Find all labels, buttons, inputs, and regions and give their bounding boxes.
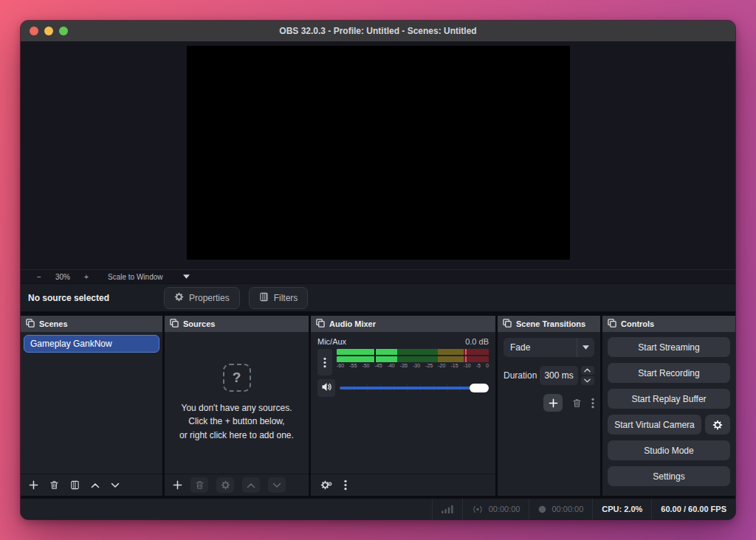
zoom-in-button[interactable]: + bbox=[77, 273, 96, 281]
sources-panel-title: Sources bbox=[183, 319, 215, 328]
volume-slider[interactable] bbox=[340, 379, 489, 397]
scenes-panel: Scenes Gameplay GankNow bbox=[21, 316, 162, 496]
scenes-panel-header[interactable]: Scenes bbox=[21, 316, 162, 332]
duration-input[interactable]: 300 ms bbox=[540, 366, 578, 385]
remove-scene-button[interactable] bbox=[49, 480, 59, 490]
broadcast-icon bbox=[472, 505, 484, 513]
move-scene-down-button[interactable] bbox=[111, 482, 120, 488]
settings-button[interactable]: Settings bbox=[608, 466, 730, 486]
meter-scale: -60-55-50-45-40-35-30-25-20-15-10-50 bbox=[337, 363, 489, 368]
dropdown-arrow-icon bbox=[577, 338, 594, 357]
obs-window: OBS 32.0.3 - Profile: Untitled - Scenes:… bbox=[21, 21, 735, 519]
duration-spinner bbox=[581, 366, 594, 385]
window-title: OBS 32.0.3 - Profile: Untitled - Scenes:… bbox=[279, 26, 476, 36]
start-streaming-button[interactable]: Start Streaming bbox=[608, 337, 730, 357]
scenes-panel-title: Scenes bbox=[39, 319, 68, 328]
zoom-level: 30% bbox=[49, 273, 77, 281]
scene-transitions-panel-title: Scene Transitions bbox=[516, 319, 585, 328]
status-bar: 00:00:00 00:00:00 CPU: 2.0% 60.00 / 60.0… bbox=[21, 499, 735, 519]
add-scene-button[interactable] bbox=[29, 480, 38, 490]
scene-filters-button[interactable] bbox=[70, 480, 80, 490]
transition-select[interactable]: Fade bbox=[504, 338, 594, 357]
fps-section: 60.00 / 60.00 FPS bbox=[651, 499, 735, 519]
start-replay-buffer-button[interactable]: Start Replay Buffer bbox=[608, 389, 730, 409]
mixer-channel: Mic/Aux 0.0 dB -60-55-50-45-40-35-30-25-… bbox=[311, 332, 495, 474]
mute-button[interactable] bbox=[317, 379, 335, 397]
start-recording-button[interactable]: Start Recording bbox=[608, 363, 730, 383]
meter-bar-left bbox=[337, 349, 489, 355]
controls-panel-title: Controls bbox=[621, 319, 654, 328]
channel-name: Mic/Aux bbox=[317, 337, 346, 346]
preview-zoom-toolbar: − 30% + Scale to Window bbox=[21, 269, 735, 283]
sources-panel-header[interactable]: Sources bbox=[165, 316, 309, 332]
duration-decrease-button[interactable] bbox=[581, 376, 594, 385]
signal-bars-icon bbox=[441, 505, 453, 513]
virtual-camera-settings-button[interactable] bbox=[705, 415, 730, 435]
preview-canvas[interactable] bbox=[187, 46, 570, 260]
sources-panel: Sources ? You don't have any sources. Cl… bbox=[165, 316, 309, 496]
filters-label: Filters bbox=[274, 293, 298, 303]
scene-transitions-panel-header[interactable]: Scene Transitions bbox=[498, 316, 600, 332]
zoom-out-button[interactable]: − bbox=[30, 273, 49, 281]
remove-transition-button[interactable] bbox=[572, 398, 582, 408]
sources-list[interactable]: ? You don't have any sources. Click the … bbox=[165, 332, 309, 474]
fps-value: 60.00 / 60.00 FPS bbox=[661, 505, 726, 513]
audio-mixer-panel: Audio Mixer Mic/Aux 0.0 dB -60-55-50-45- bbox=[311, 316, 495, 496]
minimize-button[interactable] bbox=[44, 27, 53, 35]
connection-status bbox=[432, 499, 462, 519]
gear-icon bbox=[174, 292, 184, 304]
move-source-up-button[interactable] bbox=[242, 477, 260, 493]
mixer-menu-button[interactable] bbox=[344, 480, 347, 491]
transitions-body: Fade Duration 300 ms bbox=[498, 332, 600, 496]
advanced-audio-properties-button[interactable] bbox=[320, 480, 330, 490]
slider-handle[interactable] bbox=[470, 384, 489, 392]
empty-line-2: Click the + button below, bbox=[179, 415, 294, 429]
slider-track[interactable] bbox=[340, 387, 489, 390]
transition-selected-value: Fade bbox=[504, 342, 577, 353]
audio-mixer-panel-title: Audio Mixer bbox=[329, 319, 376, 328]
properties-button[interactable]: Properties bbox=[164, 287, 240, 309]
add-transition-button[interactable] bbox=[543, 394, 563, 412]
sources-empty-state: ? You don't have any sources. Click the … bbox=[165, 332, 309, 474]
record-timer: 00:00:00 bbox=[551, 505, 583, 513]
source-properties-button[interactable] bbox=[216, 477, 234, 493]
start-virtual-camera-button[interactable]: Start Virtual Camera bbox=[608, 415, 701, 435]
empty-line-1: You don't have any sources. bbox=[179, 401, 294, 415]
mixer-toolbar bbox=[311, 474, 495, 496]
scale-mode-dropdown-arrow-icon[interactable] bbox=[183, 274, 190, 279]
record-icon bbox=[538, 505, 546, 513]
source-context-toolbar: No source selected Properties Filters bbox=[21, 283, 735, 311]
cpu-usage: CPU: 2.0% bbox=[602, 505, 642, 513]
dock-icon bbox=[608, 319, 616, 329]
preview-area[interactable] bbox=[21, 41, 735, 269]
small-gear-icon bbox=[328, 480, 332, 488]
transition-menu-button[interactable] bbox=[591, 398, 594, 409]
title-bar[interactable]: OBS 32.0.3 - Profile: Untitled - Scenes:… bbox=[21, 21, 735, 41]
filter-icon bbox=[259, 292, 269, 304]
remove-source-button[interactable] bbox=[190, 477, 208, 493]
channel-db-value: 0.0 dB bbox=[465, 337, 489, 346]
scene-transitions-panel: Scene Transitions Fade Duration 300 ms bbox=[498, 316, 600, 496]
channel-menu-button[interactable] bbox=[317, 349, 332, 375]
zoom-button[interactable] bbox=[59, 27, 68, 35]
duration-increase-button[interactable] bbox=[581, 366, 594, 375]
controls-panel: Controls Start Streaming Start Recording… bbox=[602, 316, 735, 496]
sources-toolbar bbox=[165, 474, 309, 496]
studio-mode-button[interactable]: Studio Mode bbox=[608, 440, 730, 460]
dock-icon bbox=[26, 319, 35, 329]
move-source-down-button[interactable] bbox=[268, 477, 286, 493]
source-status-text: No source selected bbox=[28, 293, 109, 303]
scenes-list[interactable]: Gameplay GankNow bbox=[21, 332, 162, 474]
move-scene-up-button[interactable] bbox=[91, 482, 100, 488]
stream-timer-section: 00:00:00 bbox=[462, 499, 529, 519]
docks: Scenes Gameplay GankNow bbox=[21, 311, 735, 499]
duration-label: Duration bbox=[504, 370, 537, 381]
close-button[interactable] bbox=[30, 27, 38, 35]
scale-mode-label[interactable]: Scale to Window bbox=[108, 273, 162, 281]
audio-mixer-panel-header[interactable]: Audio Mixer bbox=[311, 316, 495, 332]
filters-button[interactable]: Filters bbox=[249, 287, 309, 309]
dock-icon bbox=[316, 319, 325, 329]
scene-item-selected[interactable]: Gameplay GankNow bbox=[24, 335, 159, 353]
controls-panel-header[interactable]: Controls bbox=[602, 316, 735, 332]
add-source-button[interactable] bbox=[173, 480, 182, 490]
